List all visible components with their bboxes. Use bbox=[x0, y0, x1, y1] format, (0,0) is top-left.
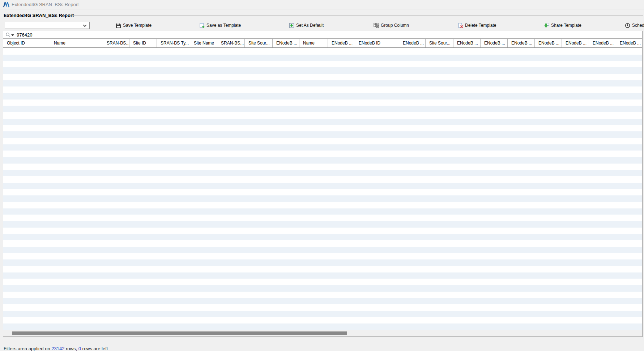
search-icon[interactable] bbox=[5, 32, 11, 38]
column-header-20[interactable]: ENodeB ... bbox=[616, 39, 642, 47]
column-header-19[interactable]: ENodeB ... bbox=[589, 39, 616, 47]
column-header-label: Name bbox=[54, 41, 65, 46]
report-panel: Object IDNameSRAN-BS...Site IDSRAN-BS Ty… bbox=[3, 31, 643, 337]
column-header-label: ENodeB ... bbox=[484, 41, 505, 46]
scrollbar-thumb[interactable] bbox=[12, 331, 347, 335]
column-header-0[interactable]: Object ID bbox=[3, 39, 50, 47]
share-template-button[interactable]: Share Template bbox=[544, 22, 581, 29]
set-as-default-icon bbox=[289, 23, 294, 28]
column-header-6[interactable]: SRAN-BS... bbox=[217, 39, 245, 47]
column-header-2[interactable]: SRAN-BS... bbox=[103, 39, 129, 47]
column-header-label: ENodeB ... bbox=[620, 41, 641, 46]
column-header-label: Site Sour... bbox=[429, 41, 451, 46]
template-combobox[interactable] bbox=[5, 22, 90, 29]
share-template-icon bbox=[544, 23, 549, 28]
column-header-7[interactable]: Site Sour... bbox=[245, 39, 273, 47]
column-header-14[interactable]: ENodeB ... bbox=[453, 39, 481, 47]
set-as-default-label: Set As Default bbox=[296, 23, 324, 28]
app-window: Extended4G SRAN_BSs Report — Extended4G … bbox=[0, 0, 644, 351]
group-column-label: Group Column bbox=[381, 23, 409, 28]
column-header-label: Object ID bbox=[7, 41, 25, 46]
group-column-icon bbox=[374, 23, 379, 28]
delete-template-button[interactable]: Delete Template bbox=[458, 22, 496, 29]
status-text-middle: rows, bbox=[64, 346, 78, 351]
column-header-label: SRAN-BS... bbox=[107, 41, 129, 46]
column-header-label: ENodeB ... bbox=[403, 41, 424, 46]
search-options-dropdown-icon[interactable] bbox=[11, 34, 14, 36]
column-header-label: Site ID bbox=[133, 41, 146, 46]
delete-template-icon bbox=[458, 23, 463, 28]
column-header-label: ENodeB ... bbox=[511, 41, 532, 46]
group-column-button[interactable]: Group Column bbox=[374, 22, 409, 29]
status-text-suffix: rows are left bbox=[81, 346, 108, 351]
window-title: Extended4G SRAN_BSs Report bbox=[12, 0, 79, 9]
chevron-down-icon bbox=[83, 24, 87, 27]
save-as-template-icon bbox=[199, 23, 205, 28]
column-header-label: ENodeB ... bbox=[566, 41, 587, 46]
schedule-icon bbox=[625, 23, 630, 28]
column-header-11[interactable]: ENodeB ID bbox=[355, 39, 399, 47]
column-header-label: Name bbox=[303, 41, 315, 46]
column-header-12[interactable]: ENodeB ... bbox=[399, 39, 426, 47]
title-bar: Extended4G SRAN_BSs Report — bbox=[0, 0, 644, 9]
delete-template-label: Delete Template bbox=[465, 23, 496, 28]
section-title: Extended4G SRAN_BSs Report bbox=[4, 13, 74, 18]
horizontal-scrollbar[interactable] bbox=[3, 330, 642, 337]
rows-left-link[interactable]: 0 bbox=[78, 346, 81, 351]
column-header-label: ENodeB ... bbox=[276, 41, 297, 46]
section-divider bbox=[70, 16, 643, 16]
column-header-9[interactable]: Name bbox=[299, 39, 328, 47]
share-template-label: Share Template bbox=[551, 23, 581, 28]
column-header-16[interactable]: ENodeB ... bbox=[508, 39, 535, 47]
column-header-label: ENodeB ID bbox=[359, 41, 380, 46]
search-input[interactable] bbox=[17, 31, 161, 38]
save-as-template-label: Save as Template bbox=[206, 23, 241, 28]
table-body bbox=[3, 48, 642, 330]
save-template-icon bbox=[116, 23, 121, 28]
column-header-label: ENodeB ... bbox=[332, 41, 353, 46]
column-header-5[interactable]: Site Name bbox=[190, 39, 217, 47]
column-header-18[interactable]: ENodeB ... bbox=[562, 39, 589, 47]
column-header-4[interactable]: SRAN-BS Ty... bbox=[157, 39, 190, 47]
column-header-17[interactable]: ENodeB ... bbox=[535, 39, 562, 47]
minimize-button[interactable]: — bbox=[634, 0, 644, 9]
column-header-label: SRAN-BS... bbox=[221, 41, 244, 46]
schedule-button[interactable]: Sched bbox=[625, 22, 644, 29]
status-text-prefix: Filters area applied on bbox=[4, 346, 51, 351]
column-header-10[interactable]: ENodeB ... bbox=[328, 39, 355, 47]
table-header-row: Object IDNameSRAN-BS...Site IDSRAN-BS Ty… bbox=[3, 39, 642, 48]
column-header-13[interactable]: Site Sour... bbox=[426, 39, 453, 47]
status-divider bbox=[0, 342, 644, 342]
column-header-label: Site Name bbox=[194, 41, 214, 46]
column-header-label: Site Sour... bbox=[248, 41, 270, 46]
save-as-template-button[interactable]: Save as Template bbox=[199, 22, 241, 29]
total-rows-link[interactable]: 23142 bbox=[51, 346, 64, 351]
column-header-15[interactable]: ENodeB ... bbox=[481, 39, 508, 47]
column-header-label: ENodeB ... bbox=[457, 41, 478, 46]
column-header-label: SRAN-BS Ty... bbox=[161, 41, 189, 46]
column-header-label: ENodeB ... bbox=[593, 41, 614, 46]
filter-search-bar bbox=[3, 31, 642, 39]
app-logo-icon bbox=[3, 2, 10, 8]
save-template-label: Save Template bbox=[123, 23, 152, 28]
column-header-8[interactable]: ENodeB ... bbox=[273, 39, 299, 47]
column-header-label: ENodeB ... bbox=[538, 41, 559, 46]
status-bar: Filters area applied on 23142 rows, 0 ro… bbox=[4, 346, 108, 351]
column-header-1[interactable]: Name bbox=[50, 39, 103, 47]
column-header-3[interactable]: Site ID bbox=[129, 39, 157, 47]
save-template-button[interactable]: Save Template bbox=[116, 22, 152, 29]
set-as-default-button[interactable]: Set As Default bbox=[289, 22, 324, 29]
schedule-label: Sched bbox=[632, 23, 644, 28]
